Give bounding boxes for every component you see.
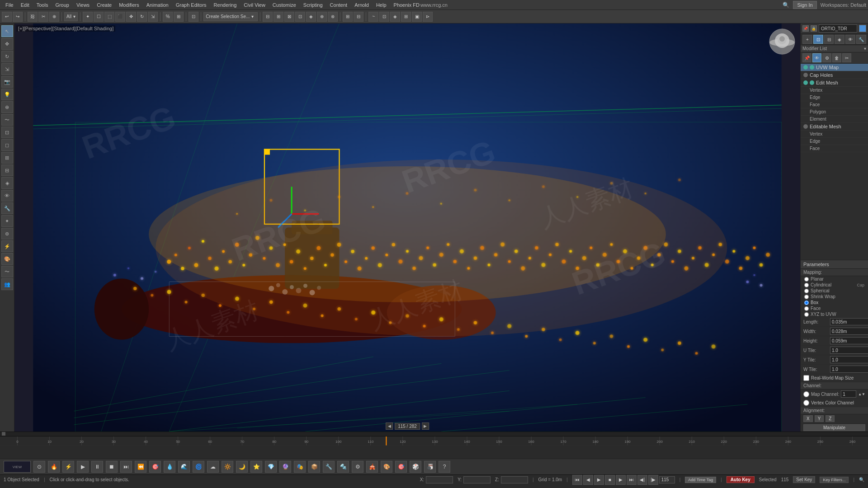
modifier-edge[interactable]: Edge	[801, 94, 868, 101]
cursor-icon[interactable]: 🎯	[395, 461, 407, 473]
select-name-button[interactable]: ☐	[94, 12, 104, 22]
spinner-snap[interactable]: ⊞	[174, 12, 184, 22]
bind-space-warp[interactable]: ⊕	[49, 12, 59, 22]
target-icon[interactable]: 🎯	[149, 461, 161, 473]
modifier-cap-holes[interactable]: Cap Holes	[801, 71, 868, 79]
menu-item-customize[interactable]: Customize	[269, 1, 300, 9]
mapping-face[interactable]: Face	[801, 305, 868, 311]
create-tab[interactable]: +	[802, 35, 812, 44]
pin-stack-button[interactable]: 📌	[802, 53, 811, 62]
configure-button[interactable]: ⚙	[822, 53, 831, 62]
delete-mod-button[interactable]: 🗑	[832, 53, 841, 62]
rotate-button[interactable]: ↻	[137, 12, 147, 22]
modifier-list-dropdown-arrow[interactable]: ▾	[864, 46, 866, 51]
mirror-button[interactable]: ⊟	[263, 12, 273, 22]
menu-item-graph-editors[interactable]: Graph Editors	[172, 1, 210, 9]
render-frame-button[interactable]: ▣	[412, 12, 422, 22]
pause-icon[interactable]: ⏸	[91, 461, 103, 473]
modifier-em-vertex[interactable]: Vertex	[801, 131, 868, 138]
display-tool[interactable]: 👁	[1, 190, 13, 202]
particle-tool[interactable]: ✦	[1, 215, 13, 227]
timeline-ruler[interactable]: 0 10 20 30 40 50 60 70 80 90 100 110	[0, 436, 868, 446]
utility-tool[interactable]: 🔧	[1, 202, 13, 214]
fire-icon[interactable]: 🔥	[48, 461, 60, 473]
normal-align-button[interactable]: ⊡	[295, 12, 305, 22]
set-key-button[interactable]: Set Key	[793, 476, 815, 483]
mapping-cylindrical[interactable]: Cylindrical Cap	[801, 282, 868, 288]
populate-tool[interactable]: 👥	[1, 278, 13, 290]
modifier-vertex[interactable]: Vertex	[801, 87, 868, 94]
key-filters-button[interactable]: Key Filters...	[820, 477, 849, 483]
magic-icon[interactable]: 🔮	[279, 461, 291, 473]
hierarchy-tab[interactable]: ⊟	[824, 35, 834, 44]
align-button[interactable]: ⊞	[274, 12, 283, 22]
u-tile-input[interactable]	[830, 347, 868, 354]
menu-item-edit[interactable]: Edit	[17, 1, 33, 9]
percent-snap[interactable]: %	[163, 12, 173, 22]
utility-tab[interactable]: 🔧	[856, 35, 866, 44]
align-x-button[interactable]: X	[803, 415, 813, 422]
modifier-element[interactable]: Element	[801, 116, 868, 123]
object-color-swatch[interactable]	[859, 25, 866, 32]
menu-item-arnold[interactable]: Arnold	[351, 1, 373, 9]
window-crossing-button[interactable]: ⬛	[115, 12, 125, 22]
material-editor-button[interactable]: ◈	[390, 12, 400, 22]
menu-item-create[interactable]: Create	[93, 1, 115, 9]
x-input[interactable]	[426, 476, 453, 483]
zoom-icon[interactable]: 🔍	[859, 477, 864, 482]
menu-item-civil-view[interactable]: Civil View	[240, 1, 269, 9]
viewport-thumb[interactable]: VIEW	[4, 461, 31, 473]
play-button[interactable]: ▶	[594, 475, 604, 485]
water-icon[interactable]: 💧	[164, 461, 175, 473]
playback-settings-icon[interactable]: ⊙	[33, 461, 45, 473]
modifier-edit-mesh[interactable]: Edit Mesh	[801, 79, 868, 87]
select-button[interactable]: ✦	[83, 12, 93, 22]
move-tool[interactable]: ✥	[1, 38, 13, 50]
redo-button[interactable]: ↪	[13, 12, 23, 22]
menu-item-phoenix-fd[interactable]: Phoenix FD	[390, 1, 423, 9]
cloth-tool[interactable]: ⊚	[1, 228, 13, 239]
hierarchy-tool[interactable]: ⊟	[1, 164, 13, 176]
modifier-polygon[interactable]: Polygon	[801, 108, 868, 116]
mapping-planar[interactable]: Planar	[801, 276, 868, 282]
map-channel-input[interactable]	[841, 390, 856, 398]
real-world-checkbox[interactable]	[803, 375, 809, 381]
viewport[interactable]: [+][Perspective][Standard][Default Shadi…	[14, 23, 800, 432]
play-forward-icon[interactable]: ▶	[77, 461, 89, 473]
light-icon[interactable]: 🔆	[222, 461, 233, 473]
prev-frame-button[interactable]: ◀	[583, 475, 593, 485]
helper-tool[interactable]: ⊕	[1, 101, 13, 113]
hair-tool[interactable]: 〜	[1, 266, 13, 277]
box-icon[interactable]: 📦	[308, 461, 320, 473]
render-setup-button[interactable]: ⊞	[401, 12, 411, 22]
rp-pin-button[interactable]: 📌	[802, 25, 809, 32]
frame-input[interactable]	[659, 476, 675, 483]
w-tile-input[interactable]	[830, 366, 868, 373]
dice-icon[interactable]: 🎲	[410, 461, 421, 473]
display-tab[interactable]: 👁	[845, 35, 855, 44]
skip-forward-icon[interactable]: ⏭	[120, 461, 132, 473]
moon-icon[interactable]: 🌙	[236, 461, 248, 473]
vortex-icon[interactable]: 🌀	[193, 461, 204, 473]
unlink-button[interactable]: ✂	[38, 12, 48, 22]
layer-manager-button[interactable]: ⊞	[343, 12, 353, 22]
y-input[interactable]	[463, 476, 491, 483]
y-tile-input[interactable]	[830, 356, 868, 363]
selection-set-dropdown[interactable]: Create Selection Se... ▾	[203, 12, 258, 21]
map-channel-spinner[interactable]: ▲▼	[858, 392, 865, 396]
mapping-spherical[interactable]: Spherical	[801, 288, 868, 294]
align-view-button[interactable]: ⊗	[328, 12, 338, 22]
wave-icon[interactable]: 🌊	[178, 461, 190, 473]
menu-item-views[interactable]: Views	[73, 1, 93, 9]
mapping-xyz-uvw[interactable]: XYZ to UVW	[801, 311, 868, 317]
sign-in-button[interactable]: Sign In	[793, 1, 816, 9]
stop-play-button[interactable]: ■	[605, 475, 615, 485]
width-input[interactable]	[830, 328, 868, 335]
timeline-left-scroll[interactable]	[2, 432, 5, 436]
wrench-icon[interactable]: 🔧	[323, 461, 335, 473]
light-tool[interactable]: 💡	[1, 89, 13, 100]
place-highlight-button[interactable]: ◈	[306, 12, 316, 22]
rp-lock-button[interactable]: 🔒	[811, 25, 817, 32]
menu-item-modifiers[interactable]: Modifiers	[115, 1, 143, 9]
camera-tool[interactable]: 📷	[1, 76, 13, 88]
